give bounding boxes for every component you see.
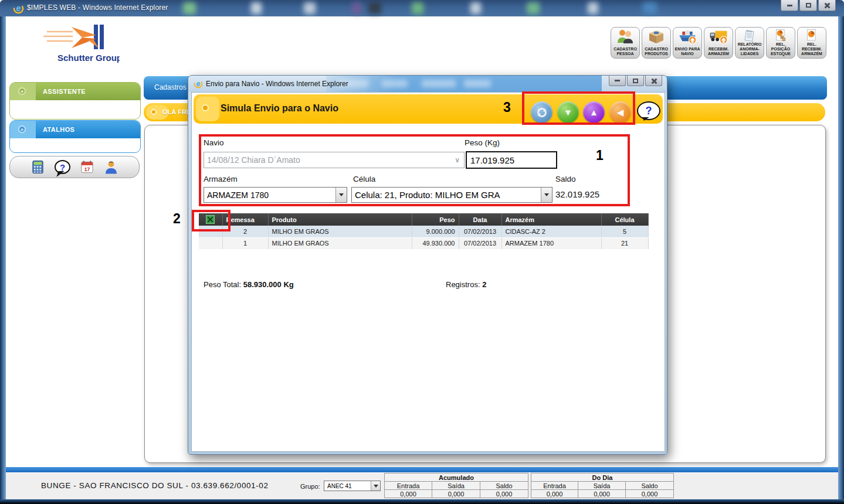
calculator-icon[interactable] bbox=[30, 159, 45, 175]
toolbar-label: RELATÓRIO ANORMA- LIDADES bbox=[738, 42, 762, 56]
toolbar-label: ENVIO PARA NAVIO bbox=[674, 47, 700, 56]
toolbar-button-rel-recebim-armazem[interactable]: REL. RECEBIM. ARMAZÉM bbox=[797, 27, 826, 59]
grupo-select[interactable]: ANEC 41 bbox=[324, 481, 381, 491]
assistente-label: ASSISTENTE bbox=[43, 88, 86, 95]
cell-data: 07/02/2013 bbox=[459, 226, 501, 237]
entrada-label: Entrada bbox=[385, 482, 432, 490]
close-button[interactable] bbox=[818, 0, 836, 11]
toolbar-button-recebim-armazem[interactable]: RECEBIM. ARMAZÉM bbox=[704, 27, 733, 59]
peso-total: Peso Total: 58.930.000 Kg bbox=[204, 280, 294, 289]
chevron-icon: » bbox=[18, 125, 26, 133]
entrada-label: Entrada bbox=[531, 482, 578, 490]
question-glyph: ? bbox=[646, 105, 652, 117]
svg-text:e: e bbox=[196, 80, 201, 88]
modal-envio-para-navio: e Envio para Navio - Windows Internet Ex… bbox=[188, 75, 667, 455]
chevron-down-icon bbox=[374, 485, 378, 488]
blurred-item bbox=[412, 2, 423, 14]
sidebar-atalhos-box: » ATALHOS bbox=[9, 120, 141, 153]
remessas-table: Remessa Produto Peso Data Armazém Célula… bbox=[199, 213, 649, 250]
screen: { "window": { "title": "$IMPLES WEB - Wi… bbox=[0, 0, 844, 504]
chevron-icon: » bbox=[18, 87, 26, 95]
status-bar: BUNGE - SAO FRANCISCO DO SUL - 03.639.66… bbox=[6, 472, 838, 499]
help-balloon-icon[interactable]: ? bbox=[637, 101, 660, 120]
toolbar-label: REL. RECEBIM. ARMAZÉM bbox=[798, 42, 826, 56]
company-info: BUNGE - SAO FRANCISCO DO SUL - 03.639.66… bbox=[41, 481, 269, 490]
saldo-label: Saldo bbox=[480, 482, 528, 490]
toolbar-button-cadastro-produtos[interactable]: CADASTRO PRODUTOS bbox=[642, 27, 671, 59]
cell-celula: 21 bbox=[601, 237, 648, 249]
do-dia-table: Do Dia Entrada Saída Saldo 0,000 0,000 0… bbox=[531, 473, 674, 498]
modal-caption-buttons bbox=[608, 76, 662, 86]
col-celula[interactable]: Célula bbox=[601, 213, 648, 226]
main-title-bar[interactable]: e $IMPLES WEB - Windows Internet Explore… bbox=[0, 0, 844, 16]
window-title: $IMPLES WEB - Windows Internet Explorer bbox=[27, 4, 168, 12]
saida-label: Saída bbox=[432, 482, 480, 490]
schutter-logo-icon: Schutter Group bbox=[38, 22, 120, 66]
blurred-item bbox=[470, 2, 481, 14]
blurred-item bbox=[643, 2, 657, 14]
pie-report-boxes-icon bbox=[772, 29, 789, 42]
atalhos-label: ATALHOS bbox=[43, 126, 74, 133]
registros-label: Registros: bbox=[446, 280, 480, 289]
sidebar-assistente-box: » ASSISTENTE bbox=[9, 82, 141, 120]
row-selector[interactable] bbox=[199, 237, 222, 249]
modal-header-title: Simula Envio para o Navio bbox=[221, 103, 338, 114]
registros: Registros: 2 bbox=[446, 280, 486, 289]
saida-value: 0,000 bbox=[432, 490, 480, 498]
close-icon bbox=[651, 78, 657, 84]
minimize-button[interactable] bbox=[781, 0, 798, 11]
menu-item-cadastros[interactable]: Cadastros bbox=[154, 83, 187, 91]
modal-title: Envio para Navio - Windows Internet Expl… bbox=[206, 80, 348, 88]
grupo-value: ANEC 41 bbox=[327, 483, 352, 489]
toolbar-button-cadastro-pessoa[interactable]: CADASTRO PESSOA bbox=[611, 27, 640, 59]
modal-title-bar[interactable]: e Envio para Navio - Windows Internet Ex… bbox=[188, 76, 667, 92]
bullet-icon bbox=[151, 109, 157, 115]
cell-celula: 5 bbox=[601, 226, 648, 237]
toolbar-button-relatorio-anormalidades[interactable]: RELATÓRIO ANORMA- LIDADES bbox=[735, 27, 764, 59]
col-data[interactable]: Data bbox=[459, 213, 501, 226]
annotation-2: 2 bbox=[173, 211, 181, 227]
help-balloon-icon[interactable]: ? bbox=[55, 160, 70, 174]
annotation-3: 3 bbox=[503, 100, 511, 115]
calendar-icon[interactable]: 17 bbox=[80, 159, 94, 175]
saldo-value: 0,000 bbox=[480, 490, 528, 498]
toolbar-button-envio-para-navio[interactable]: ENVIO PARA NAVIO bbox=[673, 27, 702, 59]
saldo-label: Saldo bbox=[626, 482, 674, 490]
notepad-icon bbox=[741, 29, 758, 42]
col-produto[interactable]: Produto bbox=[268, 213, 412, 226]
modal-maximize-button[interactable] bbox=[627, 76, 644, 86]
blurred-item bbox=[352, 2, 361, 14]
acumulado-table: Acumulado Entrada Saída Saldo 0,000 0,00… bbox=[384, 473, 528, 498]
table-row[interactable]: 2 MILHO EM GRAOS 9.000.000 07/02/2013 CI… bbox=[199, 226, 648, 237]
modal-close-button[interactable] bbox=[645, 76, 662, 86]
ship-icon bbox=[677, 29, 697, 45]
svg-text:17: 17 bbox=[84, 166, 90, 172]
modal-minimize-button[interactable] bbox=[609, 76, 626, 86]
greeting-text: OLÁ FRE bbox=[162, 108, 191, 115]
toolbar-label: CADASTRO PRODUTOS bbox=[645, 47, 668, 56]
cell-armazem: ARMAZEM 1780 bbox=[501, 237, 601, 249]
cell-armazem: CIDASC-AZ 2 bbox=[501, 226, 601, 237]
user-icon[interactable] bbox=[104, 159, 118, 175]
col-peso[interactable]: Peso bbox=[412, 213, 459, 226]
table-row[interactable]: 1 MILHO EM GRAOS 49.930.000 07/02/2013 A… bbox=[199, 237, 648, 249]
blurred-item bbox=[183, 2, 196, 14]
box-icon bbox=[647, 29, 666, 44]
toolbar-label: RECEBIM. ARMAZÉM bbox=[708, 47, 729, 56]
entrada-value: 0,000 bbox=[385, 490, 432, 498]
close-icon bbox=[824, 2, 830, 8]
people-icon bbox=[616, 29, 635, 44]
toolbar-label: REL. POSIÇÃO ESTOQUE bbox=[767, 42, 795, 56]
toolbar-button-rel-posicao-estoque[interactable]: REL. POSIÇÃO ESTOQUE bbox=[766, 27, 795, 59]
maximize-button[interactable] bbox=[799, 0, 817, 11]
col-armazem[interactable]: Armazém bbox=[501, 213, 601, 226]
truck-icon bbox=[709, 29, 728, 45]
registros-value: 2 bbox=[482, 280, 486, 289]
svg-text:Schutter Group: Schutter Group bbox=[57, 53, 120, 63]
sidebar-item-atalhos[interactable]: » ATALHOS bbox=[10, 121, 140, 138]
pie-report-icon bbox=[803, 29, 821, 42]
sidebar-icon-bar: ? 17 bbox=[9, 156, 140, 178]
sidebar-item-assistente[interactable]: » ASSISTENTE bbox=[10, 83, 140, 100]
cell-remessa: 1 bbox=[222, 237, 268, 249]
annotation-box-2 bbox=[192, 210, 231, 231]
